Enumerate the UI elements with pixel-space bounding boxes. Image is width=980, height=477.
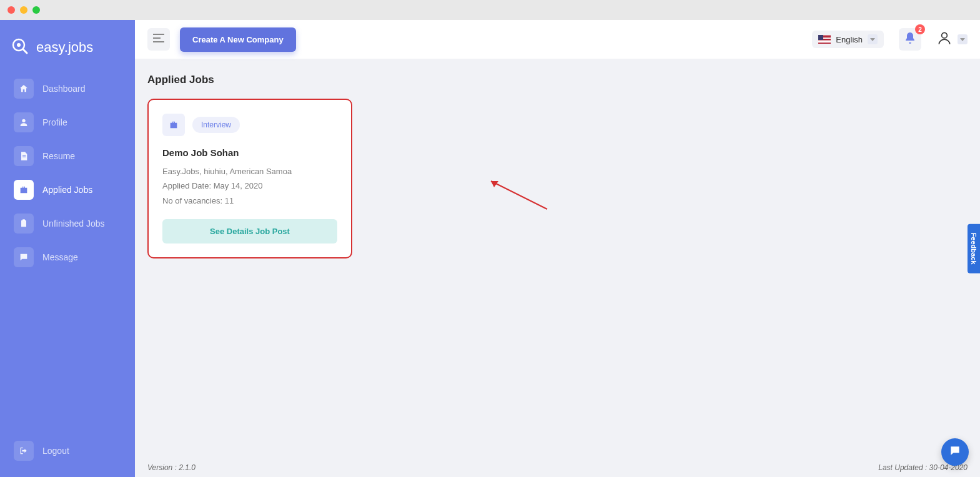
svg-rect-6 — [21, 220, 26, 227]
version-label: Version : 2.1.0 — [147, 463, 196, 472]
chat-icon — [949, 445, 961, 460]
svg-point-2 — [17, 43, 21, 47]
svg-rect-10 — [153, 41, 164, 42]
chevron-down-icon — [868, 34, 878, 44]
see-details-button[interactable]: See Details Job Post — [162, 219, 337, 243]
job-applied-date: Applied Date: May 14, 2020 — [162, 179, 337, 193]
page-title: Applied Jobs — [147, 74, 968, 86]
user-icon — [14, 112, 34, 132]
job-vacancies: No of vacancies: 11 — [162, 194, 337, 208]
sidebar-item-label: Resume — [42, 151, 75, 161]
sidebar: easy.jobs Dashboard Profile Resume — [0, 20, 135, 477]
job-company-location: Easy.Jobs, hiuhiu, American Samoa — [162, 164, 337, 179]
clipboard-icon — [14, 214, 34, 234]
window-title-bar — [0, 0, 980, 20]
user-menu[interactable] — [936, 30, 968, 49]
sidebar-item-message[interactable]: Message — [7, 242, 127, 272]
briefcase-icon — [14, 180, 34, 200]
svg-rect-4 — [22, 155, 26, 156]
footer: Version : 2.1.0 Last Updated : 30-04-202… — [135, 458, 980, 477]
logout-button[interactable]: Logout — [7, 436, 127, 466]
sidebar-item-resume[interactable]: Resume — [7, 141, 127, 171]
logout-icon — [14, 441, 34, 461]
nav-list: Dashboard Profile Resume Applied Jobs — [7, 74, 127, 436]
create-company-button[interactable]: Create A New Company — [180, 27, 296, 52]
home-icon — [14, 79, 34, 99]
svg-point-11 — [942, 32, 948, 38]
sidebar-toggle-button[interactable] — [147, 28, 170, 51]
window-close-button[interactable] — [7, 6, 15, 14]
sidebar-item-dashboard[interactable]: Dashboard — [7, 74, 127, 104]
svg-line-1 — [23, 49, 27, 53]
window-maximize-button[interactable] — [32, 6, 40, 14]
logout-label: Logout — [42, 446, 69, 456]
sidebar-item-label: Applied Jobs — [42, 185, 92, 195]
brand-name: easy.jobs — [36, 39, 93, 56]
notifications-button[interactable]: 2 — [899, 28, 921, 51]
main-area: Create A New Company English 2 — [135, 20, 980, 477]
sidebar-item-label: Profile — [42, 117, 67, 127]
svg-rect-8 — [153, 34, 164, 35]
avatar-icon — [936, 30, 953, 49]
status-badge: Interview — [192, 117, 240, 133]
sidebar-item-profile[interactable]: Profile — [7, 107, 127, 137]
applied-job-card: Interview Demo Job Sohan Easy.Jobs, hiuh… — [147, 99, 352, 258]
svg-rect-7 — [22, 219, 25, 221]
hamburger-icon — [153, 34, 164, 45]
svg-rect-5 — [22, 157, 26, 157]
language-label: English — [836, 35, 863, 44]
job-title: Demo Job Sohan — [162, 147, 337, 158]
brand-logo[interactable]: easy.jobs — [7, 31, 127, 74]
notification-badge: 2 — [915, 24, 925, 34]
sidebar-item-label: Unfinished Jobs — [42, 219, 105, 229]
briefcase-icon — [162, 114, 185, 136]
feedback-tab[interactable]: Feedback — [968, 224, 980, 273]
sidebar-item-label: Dashboard — [42, 84, 86, 94]
svg-point-3 — [22, 119, 25, 122]
bell-icon — [905, 32, 915, 46]
message-icon — [14, 247, 34, 267]
sidebar-item-unfinished-jobs[interactable]: Unfinished Jobs — [7, 209, 127, 238]
content-area: Applied Jobs Interview Demo Job Sohan Ea… — [135, 59, 980, 458]
document-icon — [14, 146, 34, 166]
chevron-down-icon — [958, 34, 968, 44]
us-flag-icon — [818, 35, 831, 44]
svg-rect-9 — [153, 37, 161, 39]
language-selector[interactable]: English — [812, 31, 884, 48]
window-minimize-button[interactable] — [20, 6, 27, 14]
sidebar-item-applied-jobs[interactable]: Applied Jobs — [7, 175, 127, 205]
topbar: Create A New Company English 2 — [135, 20, 980, 59]
sidebar-item-label: Message — [42, 252, 78, 262]
logo-icon — [10, 36, 30, 59]
chat-widget-button[interactable] — [941, 438, 969, 466]
